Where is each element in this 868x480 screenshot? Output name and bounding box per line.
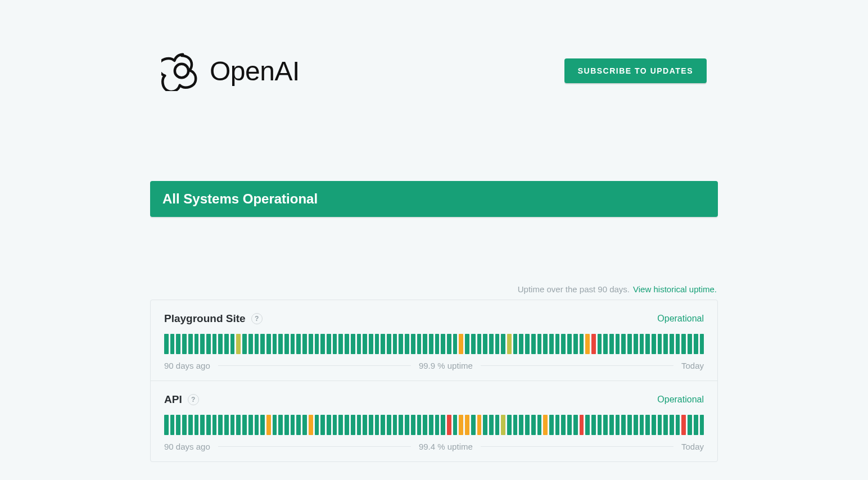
uptime-day-bar[interactable] xyxy=(658,334,662,354)
uptime-day-bar[interactable] xyxy=(627,415,632,435)
uptime-day-bar[interactable] xyxy=(273,334,277,354)
uptime-day-bar[interactable] xyxy=(681,415,686,435)
uptime-day-bar[interactable] xyxy=(266,334,271,354)
uptime-day-bar[interactable] xyxy=(477,334,482,354)
uptime-day-bar[interactable] xyxy=(273,415,277,435)
help-icon[interactable]: ? xyxy=(251,313,263,324)
uptime-day-bar[interactable] xyxy=(465,334,469,354)
uptime-day-bar[interactable] xyxy=(453,415,458,435)
uptime-day-bar[interactable] xyxy=(291,334,295,354)
uptime-day-bar[interactable] xyxy=(236,415,241,435)
uptime-day-bar[interactable] xyxy=(195,334,199,354)
uptime-day-bar[interactable] xyxy=(393,334,397,354)
uptime-day-bar[interactable] xyxy=(255,415,259,435)
uptime-day-bar[interactable] xyxy=(387,415,391,435)
uptime-bars[interactable] xyxy=(164,334,704,354)
uptime-day-bar[interactable] xyxy=(345,334,349,354)
uptime-day-bar[interactable] xyxy=(284,415,289,435)
uptime-day-bar[interactable] xyxy=(435,334,440,354)
uptime-day-bar[interactable] xyxy=(176,415,180,435)
uptime-day-bar[interactable] xyxy=(224,415,229,435)
uptime-day-bar[interactable] xyxy=(598,415,602,435)
uptime-day-bar[interactable] xyxy=(573,415,578,435)
uptime-day-bar[interactable] xyxy=(417,415,422,435)
uptime-day-bar[interactable] xyxy=(591,334,596,354)
uptime-day-bar[interactable] xyxy=(242,415,247,435)
uptime-day-bar[interactable] xyxy=(441,415,445,435)
uptime-day-bar[interactable] xyxy=(543,334,548,354)
uptime-day-bar[interactable] xyxy=(598,334,602,354)
uptime-day-bar[interactable] xyxy=(603,334,608,354)
uptime-day-bar[interactable] xyxy=(609,415,614,435)
uptime-day-bar[interactable] xyxy=(621,415,626,435)
uptime-day-bar[interactable] xyxy=(513,415,518,435)
uptime-day-bar[interactable] xyxy=(315,415,319,435)
uptime-day-bar[interactable] xyxy=(519,334,523,354)
uptime-day-bar[interactable] xyxy=(459,334,463,354)
uptime-day-bar[interactable] xyxy=(616,334,620,354)
uptime-day-bar[interactable] xyxy=(627,334,632,354)
uptime-day-bar[interactable] xyxy=(375,334,379,354)
uptime-day-bar[interactable] xyxy=(309,415,313,435)
historical-uptime-link[interactable]: View historical uptime. xyxy=(633,284,717,294)
uptime-day-bar[interactable] xyxy=(663,415,668,435)
uptime-day-bar[interactable] xyxy=(561,415,566,435)
uptime-day-bar[interactable] xyxy=(507,334,512,354)
uptime-day-bar[interactable] xyxy=(501,415,505,435)
uptime-day-bar[interactable] xyxy=(224,334,229,354)
uptime-day-bar[interactable] xyxy=(537,415,542,435)
uptime-day-bar[interactable] xyxy=(338,415,343,435)
uptime-day-bar[interactable] xyxy=(435,415,440,435)
uptime-day-bar[interactable] xyxy=(555,334,560,354)
uptime-day-bar[interactable] xyxy=(170,334,175,354)
uptime-day-bar[interactable] xyxy=(387,334,391,354)
uptime-day-bar[interactable] xyxy=(543,415,548,435)
uptime-day-bar[interactable] xyxy=(236,334,241,354)
uptime-day-bar[interactable] xyxy=(381,415,385,435)
uptime-day-bar[interactable] xyxy=(652,334,656,354)
uptime-day-bar[interactable] xyxy=(351,334,355,354)
uptime-day-bar[interactable] xyxy=(495,415,500,435)
uptime-day-bar[interactable] xyxy=(260,415,265,435)
uptime-day-bar[interactable] xyxy=(531,415,536,435)
uptime-day-bar[interactable] xyxy=(567,415,572,435)
uptime-day-bar[interactable] xyxy=(411,415,415,435)
uptime-day-bar[interactable] xyxy=(585,334,590,354)
uptime-day-bar[interactable] xyxy=(338,334,343,354)
uptime-day-bar[interactable] xyxy=(663,334,668,354)
uptime-day-bar[interactable] xyxy=(549,415,554,435)
uptime-day-bar[interactable] xyxy=(399,334,403,354)
uptime-day-bar[interactable] xyxy=(634,415,638,435)
uptime-day-bar[interactable] xyxy=(483,415,487,435)
uptime-day-bar[interactable] xyxy=(525,415,530,435)
uptime-day-bar[interactable] xyxy=(676,415,680,435)
uptime-day-bar[interactable] xyxy=(230,334,235,354)
uptime-day-bar[interactable] xyxy=(700,415,704,435)
uptime-day-bar[interactable] xyxy=(284,334,289,354)
uptime-day-bar[interactable] xyxy=(453,334,458,354)
uptime-bars[interactable] xyxy=(164,415,704,435)
uptime-day-bar[interactable] xyxy=(411,334,415,354)
uptime-day-bar[interactable] xyxy=(320,334,325,354)
uptime-day-bar[interactable] xyxy=(513,334,518,354)
uptime-day-bar[interactable] xyxy=(694,334,698,354)
uptime-day-bar[interactable] xyxy=(230,415,235,435)
uptime-day-bar[interactable] xyxy=(640,415,644,435)
uptime-day-bar[interactable] xyxy=(483,334,487,354)
uptime-day-bar[interactable] xyxy=(441,334,445,354)
uptime-day-bar[interactable] xyxy=(429,415,433,435)
uptime-day-bar[interactable] xyxy=(537,334,542,354)
uptime-day-bar[interactable] xyxy=(200,415,205,435)
uptime-day-bar[interactable] xyxy=(296,415,301,435)
uptime-day-bar[interactable] xyxy=(351,415,355,435)
uptime-day-bar[interactable] xyxy=(266,415,271,435)
uptime-day-bar[interactable] xyxy=(248,334,253,354)
uptime-day-bar[interactable] xyxy=(555,415,560,435)
uptime-day-bar[interactable] xyxy=(375,415,379,435)
uptime-day-bar[interactable] xyxy=(206,415,211,435)
uptime-day-bar[interactable] xyxy=(652,415,656,435)
uptime-day-bar[interactable] xyxy=(561,334,566,354)
uptime-day-bar[interactable] xyxy=(471,415,476,435)
uptime-day-bar[interactable] xyxy=(248,415,253,435)
uptime-day-bar[interactable] xyxy=(188,415,193,435)
